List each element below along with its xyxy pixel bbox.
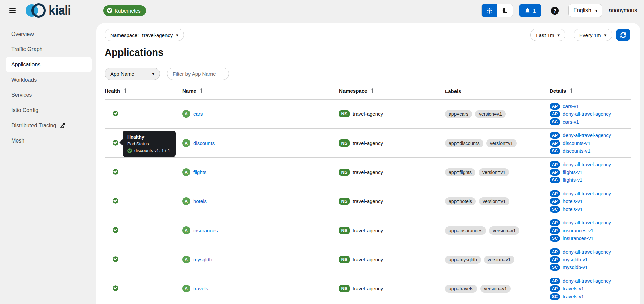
app-link[interactable]: mysqldb xyxy=(193,257,212,262)
health-ok-icon[interactable] xyxy=(113,169,118,175)
tooltip-title: Healthy xyxy=(127,134,170,140)
istio-config-link[interactable]: deny-all-travel-agency xyxy=(563,278,611,284)
namespace-value: travel-agency xyxy=(142,32,173,38)
caret-down-icon: ▾ xyxy=(595,8,598,13)
health-ok-icon[interactable] xyxy=(113,256,118,262)
istio-config-link[interactable]: deny-all-travel-agency xyxy=(563,191,611,196)
sidebar-item-label: Distributed Tracing xyxy=(11,123,56,129)
column-header-labels: Labels xyxy=(445,83,550,100)
refresh-button[interactable] xyxy=(616,29,630,41)
istio-config-link[interactable]: flights-v1 xyxy=(563,177,582,183)
table-header-row: HealthNameNamespaceLabelsDetails xyxy=(105,83,631,100)
column-header-namespace[interactable]: Namespace xyxy=(339,83,445,100)
istio-config-link[interactable]: mysqldb-v1 xyxy=(563,265,588,270)
istio-config-link[interactable]: mysqldb-v1 xyxy=(563,257,588,262)
istio-config-link[interactable]: deny-all-travel-agency xyxy=(563,133,611,138)
theme-toggle xyxy=(481,4,513,17)
istio-config-badge: AP xyxy=(550,169,560,176)
sidebar-item-workloads[interactable]: Workloads xyxy=(0,72,96,87)
sidebar-item-services[interactable]: Services xyxy=(0,87,96,103)
check-circle-icon xyxy=(107,8,112,13)
sidebar-item-mesh[interactable]: Mesh xyxy=(0,133,96,148)
column-header-health[interactable]: Health xyxy=(105,83,182,100)
sort-icon[interactable] xyxy=(371,88,374,94)
label-pill: version=v1 xyxy=(479,197,509,205)
notifications-button[interactable]: 1 xyxy=(519,4,541,17)
light-theme-button[interactable] xyxy=(482,4,497,17)
namespace-name: travel-agency xyxy=(353,286,383,291)
istio-config-badge: AP xyxy=(550,103,560,110)
namespace-dropdown[interactable]: Namespace: travel-agency ▾ xyxy=(105,29,184,41)
istio-config-link[interactable]: deny-all-travel-agency xyxy=(563,220,611,225)
tooltip-status-text: discounts-v1: 1 / 1 xyxy=(134,148,170,153)
kiali-logo[interactable]: kiali xyxy=(26,3,71,18)
refresh-interval-dropdown[interactable]: Every 1m ▾ xyxy=(574,29,612,41)
language-dropdown[interactable]: English ▾ xyxy=(568,4,602,17)
menu-toggle-icon[interactable] xyxy=(9,8,16,13)
refresh-interval-value: Every 1m xyxy=(579,32,601,38)
istio-config-link[interactable]: deny-all-travel-agency xyxy=(563,249,611,255)
column-header-name[interactable]: Name xyxy=(182,83,339,100)
health-ok-icon[interactable] xyxy=(113,111,118,116)
label-pill: app=insurances xyxy=(445,226,486,235)
sidebar-item-label: Services xyxy=(11,92,32,98)
istio-config-link[interactable]: hotels-v1 xyxy=(563,199,583,204)
istio-config-link[interactable]: discounts-v1 xyxy=(563,148,590,154)
health-ok-icon[interactable] xyxy=(113,227,118,233)
namespace-name: travel-agency xyxy=(353,227,383,233)
health-tooltip: Healthy Pod Status discounts-v1: 1 / 1 xyxy=(123,131,176,157)
sidebar-item-label: Mesh xyxy=(11,138,24,144)
app-link[interactable]: cars xyxy=(193,111,203,117)
app-link[interactable]: hotels xyxy=(193,198,207,204)
duration-dropdown[interactable]: Last 1m ▾ xyxy=(530,29,565,41)
sidebar-item-label: Traffic Graph xyxy=(11,46,42,52)
health-ok-icon[interactable] xyxy=(113,198,118,204)
istio-config-link[interactable]: cars-v1 xyxy=(563,104,579,109)
namespace-name: travel-agency xyxy=(353,169,383,175)
app-badge: A xyxy=(182,226,190,234)
sidebar-item-overview[interactable]: Overview xyxy=(0,26,96,42)
applications-table: HealthNameNamespaceLabelsDetails AcarsNS… xyxy=(105,83,631,303)
istio-config-link[interactable]: cars-v1 xyxy=(563,119,579,125)
istio-config-link[interactable]: flights-v1 xyxy=(563,170,582,175)
moon-icon xyxy=(502,8,508,13)
istio-config-link[interactable]: travels-v1 xyxy=(563,294,584,299)
istio-config-link[interactable]: deny-all-travel-agency xyxy=(563,111,611,117)
filter-type-dropdown[interactable]: App Name ▾ xyxy=(105,68,160,80)
app-link[interactable]: flights xyxy=(193,169,206,175)
sort-icon[interactable] xyxy=(200,88,203,94)
sidebar-item-distributed-tracing[interactable]: Distributed Tracing xyxy=(0,118,96,133)
cluster-badge: Kubernetes xyxy=(103,5,146,16)
sort-icon[interactable] xyxy=(570,88,573,94)
sidebar-item-applications[interactable]: Applications xyxy=(6,57,92,72)
dark-theme-button[interactable] xyxy=(497,4,513,17)
istio-config-link[interactable]: deny-all-travel-agency xyxy=(563,162,611,167)
istio-config-link[interactable]: discounts-v1 xyxy=(563,140,590,146)
sidebar-item-label: Applications xyxy=(11,62,40,68)
health-ok-icon[interactable] xyxy=(113,140,118,146)
column-label: Details xyxy=(550,88,566,94)
sort-icon[interactable] xyxy=(124,88,127,94)
column-header-details[interactable]: Details xyxy=(550,83,631,100)
sidebar-item-istio-config[interactable]: Istio Config xyxy=(0,103,96,118)
istio-config-link[interactable]: insurances-v1 xyxy=(563,236,593,241)
help-icon[interactable]: ? xyxy=(551,7,559,15)
istio-config-link[interactable]: hotels-v1 xyxy=(563,207,583,212)
masthead: kiali Kubernetes 1 ? English ▾ anonymous xyxy=(0,0,644,21)
sidebar-item-label: Workloads xyxy=(11,77,37,83)
istio-config-link[interactable]: insurances-v1 xyxy=(563,228,593,233)
istio-config-link[interactable]: travels-v1 xyxy=(563,286,584,291)
sidebar-item-traffic-graph[interactable]: Traffic Graph xyxy=(0,42,96,57)
filter-input[interactable] xyxy=(167,68,229,80)
external-link-icon xyxy=(60,123,65,128)
istio-config-badge: AP xyxy=(550,285,560,292)
sidebar-nav: OverviewTraffic GraphApplicationsWorkloa… xyxy=(0,21,96,304)
app-link[interactable]: discounts xyxy=(193,140,215,146)
caret-down-icon: ▾ xyxy=(558,33,560,37)
app-link[interactable]: travels xyxy=(193,286,208,291)
page-title: Applications xyxy=(105,47,630,58)
istio-config-badge: SC xyxy=(550,118,560,125)
health-ok-icon[interactable] xyxy=(113,285,118,291)
username: anonymous xyxy=(609,7,637,14)
app-link[interactable]: insurances xyxy=(193,227,218,233)
